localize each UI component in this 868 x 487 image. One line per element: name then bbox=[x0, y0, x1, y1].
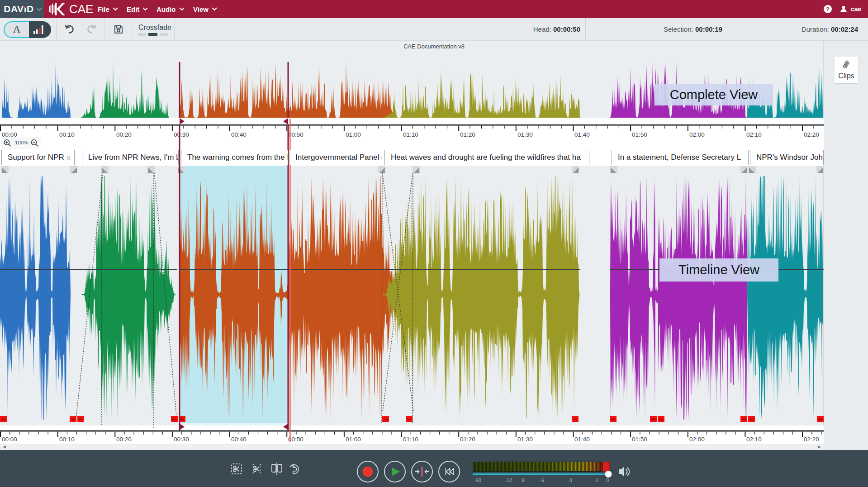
svg-text:00:10: 00:10 bbox=[59, 436, 75, 443]
svg-text:00:40: 00:40 bbox=[231, 436, 247, 443]
svg-text:02:10: 02:10 bbox=[746, 131, 762, 138]
svg-text:00:20: 00:20 bbox=[116, 131, 132, 138]
svg-text:01:40: 01:40 bbox=[574, 131, 590, 138]
svg-text:02:00: 02:00 bbox=[689, 436, 705, 443]
svg-text:02:10: 02:10 bbox=[746, 436, 762, 443]
svg-text:00:30: 00:30 bbox=[174, 436, 189, 443]
svg-text:?: ? bbox=[826, 6, 830, 13]
svg-text:01:20: 01:20 bbox=[460, 131, 475, 138]
svg-text:00:10: 00:10 bbox=[59, 131, 75, 138]
svg-text:02:00: 02:00 bbox=[689, 131, 705, 138]
svg-text:00:30: 00:30 bbox=[174, 131, 189, 138]
svg-text:01:30: 01:30 bbox=[517, 131, 533, 138]
svg-text:00:00: 00:00 bbox=[2, 436, 17, 443]
svg-text:100%: 100% bbox=[15, 140, 28, 145]
svg-text:00:20: 00:20 bbox=[116, 436, 132, 443]
svg-text:01:00: 01:00 bbox=[346, 436, 361, 443]
svg-text:02:20: 02:20 bbox=[804, 131, 819, 138]
svg-text:01:40: 01:40 bbox=[574, 436, 590, 443]
svg-text:00:40: 00:40 bbox=[231, 131, 247, 138]
svg-text:02:20: 02:20 bbox=[804, 436, 819, 443]
svg-text:01:50: 01:50 bbox=[632, 436, 647, 443]
svg-text:01:50: 01:50 bbox=[632, 131, 647, 138]
svg-text:01:10: 01:10 bbox=[403, 436, 418, 443]
svg-text:01:30: 01:30 bbox=[517, 436, 533, 443]
svg-text:01:20: 01:20 bbox=[460, 436, 475, 443]
svg-text:01:10: 01:10 bbox=[403, 131, 418, 138]
svg-text:01:00: 01:00 bbox=[346, 131, 361, 138]
